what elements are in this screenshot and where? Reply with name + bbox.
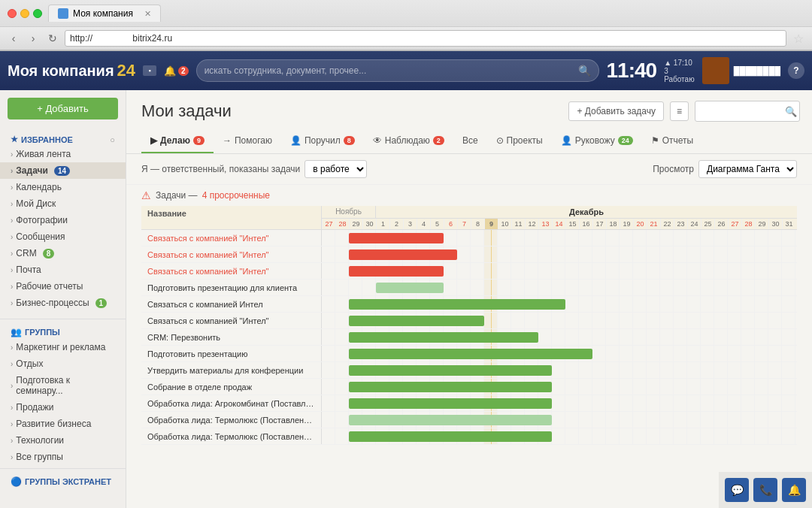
task-name-cell[interactable]: Обработка лида: Термолюкс (Поставлена из…	[141, 428, 322, 444]
logo-num: 24	[117, 61, 135, 80]
task-name-cell[interactable]: Подготовить презентацию для клиента	[141, 280, 322, 295]
task-name-cell[interactable]: CRM: Перезвонить	[141, 329, 322, 345]
minimize-button[interactable]	[20, 9, 29, 18]
refresh-button[interactable]: ↻	[45, 31, 60, 46]
notification-icon[interactable]: 🔔	[782, 478, 806, 502]
grid-line	[335, 362, 349, 378]
task-name-cell[interactable]: Связаться с компанией "Интел"	[141, 230, 322, 246]
task-name-cell[interactable]: Собрание в отделе продаж	[141, 379, 322, 395]
sidebar-item-messages[interactable]: › Сообщения	[0, 228, 126, 245]
gantt-bars-area	[322, 362, 797, 378]
global-search-bar[interactable]: 🔍	[196, 59, 599, 82]
tasks-search-input[interactable]	[695, 101, 800, 122]
tab-delaju[interactable]: ▶ Делаю 9	[141, 129, 214, 153]
list-view-button[interactable]: ≡	[670, 101, 689, 121]
bookmark-icon[interactable]: ☆	[791, 31, 806, 46]
grid-line	[701, 428, 714, 444]
gantt-bars-area	[322, 263, 797, 279]
task-name-cell[interactable]: Подготовить презентацию	[141, 346, 322, 361]
overdue-link[interactable]: 4 просроченные	[202, 190, 270, 201]
sidebar-item-calendar[interactable]: › Календарь	[0, 179, 126, 195]
maximize-button[interactable]	[33, 9, 42, 18]
grid-line	[768, 329, 782, 345]
header-user[interactable]: ████████	[702, 57, 780, 84]
task-name-cell[interactable]: Утвердить материалы для конференции	[141, 362, 322, 378]
grid-line	[755, 412, 768, 428]
sidebar-item-otdykh[interactable]: › Отдых	[0, 355, 126, 372]
global-search-input[interactable]	[205, 65, 574, 76]
browser-chrome: Моя компания ✕ ‹ › ↻ ☆	[0, 0, 812, 51]
grid-line	[687, 379, 701, 395]
add-task-button[interactable]: + Добавить задачу	[568, 101, 664, 121]
back-button[interactable]: ‹	[6, 31, 21, 46]
groups-title: 👥 ГРУППЫ	[0, 322, 126, 339]
notification-bell[interactable]: 🔔 2	[164, 65, 189, 77]
task-name-cell[interactable]: Обработка лида: Термолюкс (Поставлена из…	[141, 412, 322, 428]
grid-line	[511, 263, 525, 279]
phone-icon[interactable]: 📞	[753, 478, 777, 502]
grid-line	[592, 412, 606, 428]
grid-line	[714, 230, 728, 246]
grid-line	[768, 362, 782, 378]
grid-line	[741, 428, 755, 444]
tab-projects[interactable]: ⊙ Проекты	[487, 129, 552, 153]
task-name-cell[interactable]: Связаться с компанией "Интел"	[141, 313, 322, 328]
tab-nabljudaju[interactable]: 👁 Наблюдаю 2	[364, 129, 453, 153]
grid-line	[538, 230, 552, 246]
forward-button[interactable]: ›	[26, 31, 41, 46]
filter-select[interactable]: в работе	[304, 160, 367, 178]
grid-line	[471, 230, 484, 246]
bell-icon: 🔔	[164, 65, 176, 77]
sidebar-item-sales[interactable]: › Продажи	[0, 399, 126, 416]
sidebar-item-tech[interactable]: › Технологии	[0, 432, 126, 449]
view-select[interactable]: Диаграмма Ганта	[698, 160, 797, 178]
task-name-cell[interactable]: Обработка лида: Агрокомбинат (Поставлена…	[141, 395, 322, 411]
task-name-cell[interactable]: Связаться с компанией "Интел"	[141, 246, 322, 262]
add-button[interactable]: + Добавить	[8, 98, 118, 119]
grid-line	[647, 362, 660, 378]
browser-tab[interactable]: Моя компания ✕	[48, 5, 161, 22]
grid-line	[701, 246, 714, 262]
sidebar-item-mail[interactable]: › Почта	[0, 262, 126, 278]
tab-all[interactable]: Все	[453, 129, 487, 153]
grid-line	[322, 313, 335, 328]
grid-line	[525, 230, 538, 246]
sidebar-item-seminar[interactable]: › Подготовка к семинару...	[0, 372, 126, 399]
sidebar-item-tasks[interactable]: › Задачи 14	[0, 162, 126, 179]
grid-line	[335, 246, 349, 262]
grid-line	[606, 329, 620, 345]
sidebar-item-marketing[interactable]: › Маркетинг и реклама	[0, 339, 126, 355]
grid-line	[728, 313, 741, 328]
manager-icon: 👤	[561, 135, 572, 146]
sidebar-item-photos[interactable]: › Фотографии	[0, 212, 126, 228]
grid-line	[782, 313, 795, 328]
search-tasks-icon[interactable]: 🔍	[785, 106, 797, 117]
sidebar-item-business[interactable]: › Развитие бизнеса	[0, 416, 126, 432]
sidebar-item-crm[interactable]: › CRM 8	[0, 245, 126, 262]
grid-line	[565, 246, 579, 262]
gantt-bar	[349, 349, 592, 359]
tab-reports[interactable]: ⚑ Отчеты	[642, 129, 702, 153]
tab-poruchil[interactable]: 👤 Поручил 8	[281, 129, 364, 153]
task-name-cell[interactable]: Связаться с компанией "Интел"	[141, 263, 322, 279]
tab-close-icon[interactable]: ✕	[144, 9, 151, 19]
tab-manage[interactable]: 👤 Руковожу 24	[552, 129, 642, 153]
close-button[interactable]	[8, 9, 17, 18]
tab-favicon	[58, 8, 68, 19]
sidebar-item-all-groups[interactable]: › Все группы	[0, 449, 126, 465]
grid-line	[498, 230, 511, 246]
sidebar-item-biz-process[interactable]: › Бизнес-процессы 1	[0, 295, 126, 311]
grid-line	[606, 246, 620, 262]
task-name-cell[interactable]: Связаться с компанией Интел	[141, 296, 322, 312]
gantt-bars-area	[322, 379, 797, 395]
sidebar-item-lenta[interactable]: › Живая лента	[0, 146, 126, 162]
grid-line	[552, 412, 565, 428]
tab-pomogaju[interactable]: → Помогаю	[214, 129, 281, 153]
header-status: Работаю	[664, 75, 695, 83]
day-dec-26: 26	[714, 219, 728, 229]
sidebar-item-reports[interactable]: › Рабочие отчеты	[0, 278, 126, 295]
help-button[interactable]: ?	[788, 62, 804, 79]
chat-icon[interactable]: 💬	[725, 478, 749, 502]
sidebar-item-disk[interactable]: › Мой Диск	[0, 195, 126, 212]
address-bar[interactable]	[65, 30, 786, 47]
